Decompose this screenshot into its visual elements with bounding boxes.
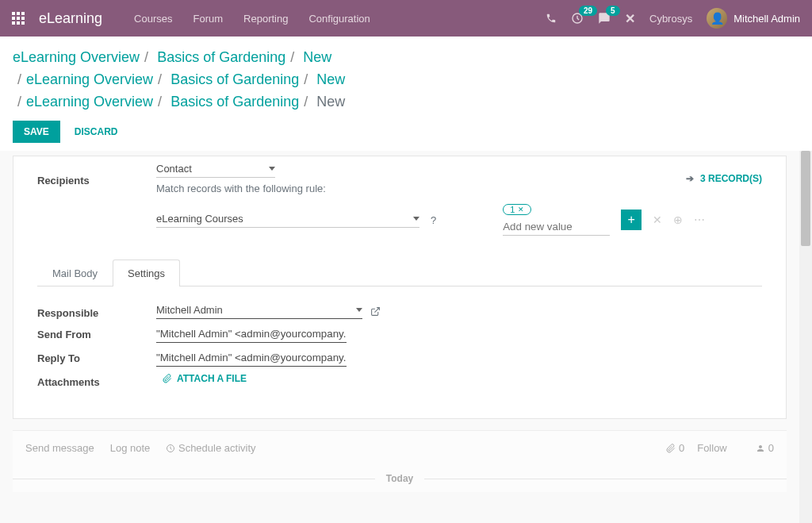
settings-panel: Responsible Mitchell Admin Send From xyxy=(37,286,762,388)
add-node-icon[interactable]: ⊕ xyxy=(673,213,683,226)
save-button[interactable]: SAVE xyxy=(13,121,60,143)
company-name[interactable]: Cybrosys xyxy=(649,13,692,25)
follower-count[interactable]: 0 xyxy=(756,442,774,454)
nav-courses[interactable]: Courses xyxy=(134,13,172,25)
messages-badge: 5 xyxy=(606,6,620,16)
tabs: Mail Body Settings xyxy=(37,260,762,286)
form-card: Recipients Contact Match records with th… xyxy=(13,156,787,419)
filter-tag[interactable]: 1 ✕ xyxy=(503,204,531,215)
add-value-input[interactable] xyxy=(503,218,610,236)
filter-field-select[interactable]: eLearning Courses xyxy=(156,213,419,228)
app-brand: eLearning xyxy=(39,10,102,27)
nav-reporting[interactable]: Reporting xyxy=(243,13,288,25)
reply-to-label: Reply To xyxy=(37,349,156,364)
more-icon[interactable]: ⋯ xyxy=(694,213,705,226)
attachment-count[interactable]: 0 xyxy=(666,442,684,454)
delete-node-icon[interactable]: ✕ xyxy=(653,213,662,226)
today-separator: Today xyxy=(13,465,787,492)
reply-to-input[interactable] xyxy=(156,349,347,367)
close-icon[interactable]: ✕ xyxy=(625,11,635,26)
chatter: Send message Log note Schedule activity … xyxy=(13,430,787,492)
match-hint: Match records with the following rule: xyxy=(156,183,686,194)
attach-file-button[interactable]: ATTACH A FILE xyxy=(163,373,762,384)
bc-link[interactable]: Basics of Gardening xyxy=(170,94,299,110)
bc-link[interactable]: eLearning Overview xyxy=(13,49,140,65)
tab-mail-body[interactable]: Mail Body xyxy=(37,260,113,286)
recipients-select[interactable]: Contact xyxy=(156,163,275,178)
remove-tag-icon[interactable]: ✕ xyxy=(518,206,524,213)
nav-forum[interactable]: Forum xyxy=(193,13,224,25)
activity-badge: 29 xyxy=(579,6,597,16)
chevron-down-icon xyxy=(356,308,362,312)
schedule-activity-button[interactable]: Schedule activity xyxy=(166,442,255,454)
help-icon[interactable]: ? xyxy=(431,214,436,226)
arrow-right-icon: ➔ xyxy=(686,173,694,184)
discard-button[interactable]: DISCARD xyxy=(75,126,118,137)
bc-link[interactable]: eLearning Overview xyxy=(26,71,153,87)
avatar: 👤 xyxy=(707,8,727,29)
bc-link[interactable]: eLearning Overview xyxy=(26,94,153,110)
send-message-button[interactable]: Send message xyxy=(25,442,94,454)
bc-link[interactable]: Basics of Gardening xyxy=(157,49,285,65)
bc-link[interactable]: New xyxy=(316,71,345,87)
bc-current: New xyxy=(316,94,345,110)
send-from-label: Send From xyxy=(37,325,156,340)
user-menu[interactable]: 👤 Mitchell Admin xyxy=(707,8,800,29)
chevron-down-icon xyxy=(413,217,419,221)
apps-icon[interactable] xyxy=(12,12,25,25)
chevron-down-icon xyxy=(269,167,275,171)
scrollbar[interactable] xyxy=(799,151,812,523)
send-from-input[interactable] xyxy=(156,325,347,343)
add-filter-button[interactable]: + xyxy=(621,210,642,230)
responsible-label: Responsible xyxy=(37,304,156,319)
recipients-label: Recipients xyxy=(37,171,156,187)
follow-button[interactable]: Follow xyxy=(697,442,727,454)
tab-settings[interactable]: Settings xyxy=(113,260,180,286)
breadcrumb-area: eLearning Overview/ Basics of Gardening/… xyxy=(0,37,812,151)
user-name: Mitchell Admin xyxy=(733,13,800,25)
responsible-select[interactable]: Mitchell Admin xyxy=(156,304,362,319)
phone-icon[interactable] xyxy=(546,13,557,24)
external-link-icon[interactable] xyxy=(370,306,381,317)
nav-configuration[interactable]: Configuration xyxy=(308,13,370,25)
nav-links: Courses Forum Reporting Configuration xyxy=(134,13,370,25)
records-link[interactable]: ➔ 3 RECORD(S) xyxy=(686,173,762,184)
log-note-button[interactable]: Log note xyxy=(110,442,151,454)
top-navbar: eLearning Courses Forum Reporting Config… xyxy=(0,0,812,37)
attachments-label: Attachments xyxy=(37,373,156,388)
activity-icon[interactable]: 29 xyxy=(571,12,584,25)
breadcrumb: eLearning Overview/ Basics of Gardening/… xyxy=(13,46,799,113)
messages-icon[interactable]: 5 xyxy=(598,12,611,25)
scrollbar-thumb[interactable] xyxy=(801,151,810,246)
bc-link[interactable]: New xyxy=(303,49,331,65)
bc-link[interactable]: Basics of Gardening xyxy=(170,71,299,87)
